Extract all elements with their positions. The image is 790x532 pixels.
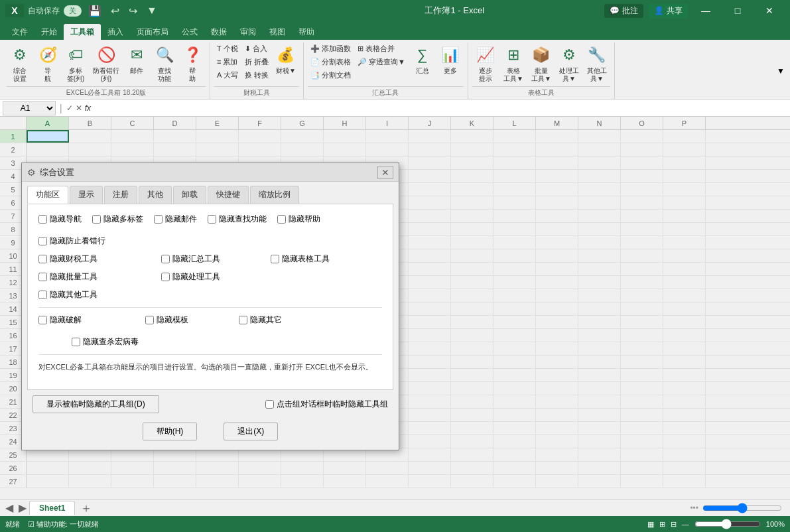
cell[interactable] [409,316,451,328]
cell[interactable] [451,475,494,488]
col-header-M[interactable]: M [536,117,578,129]
cell[interactable] [409,157,451,169]
cell[interactable] [621,356,663,368]
cell[interactable] [663,462,706,474]
cell[interactable] [494,289,536,302]
cell[interactable] [239,130,281,143]
cell[interactable] [409,462,451,474]
cell[interactable] [409,223,451,235]
merge-into-button[interactable]: ⬇ 合入 [242,42,271,55]
cell[interactable] [663,382,706,395]
cell[interactable] [663,249,706,262]
cell[interactable] [536,448,578,461]
cell[interactable] [578,210,621,222]
cell[interactable] [451,382,494,395]
cell[interactable] [578,289,621,302]
row-number[interactable]: 26 [0,462,27,474]
cell[interactable] [621,316,663,328]
cell[interactable] [578,196,621,209]
sheet-add-button[interactable]: ＋ [75,500,98,516]
cell[interactable] [494,369,536,381]
dialog-tab-register[interactable]: 注册 [104,186,137,204]
tab-view[interactable]: 视图 [263,24,292,40]
cell[interactable] [27,143,69,156]
cell[interactable] [663,422,706,434]
search-func-button[interactable]: 🔍 查找功能 [151,42,178,85]
cell[interactable] [621,382,663,395]
cell[interactable] [27,448,69,461]
cell[interactable] [536,223,578,235]
dialog-tab-shortcut[interactable]: 快捷键 [208,186,249,204]
restore-button[interactable]: □ [722,0,753,21]
cell[interactable] [621,249,663,262]
cell[interactable] [536,210,578,222]
cell[interactable] [281,448,324,461]
exit-dialog-button[interactable]: 退出(X) [224,423,278,440]
cell[interactable] [536,170,578,182]
cell[interactable] [451,462,494,474]
hide-other-tools-input[interactable] [38,291,47,299]
hide-multitab-checkbox[interactable]: 隐藏多标签 [92,214,143,225]
cell[interactable] [578,409,621,421]
hide-nav-checkbox[interactable]: 隐藏导航 [38,214,82,225]
cell[interactable] [451,302,494,315]
cell[interactable] [451,329,494,342]
cell[interactable] [451,448,494,461]
cell[interactable] [621,395,663,408]
help-button[interactable]: ❓ 帮助 [179,42,206,85]
cell[interactable] [494,342,536,355]
cell[interactable] [536,462,578,474]
cell[interactable] [621,369,663,381]
tab-toolbox[interactable]: 工具箱 [64,24,101,40]
cell[interactable] [409,435,451,448]
cell[interactable] [494,475,536,488]
cell[interactable] [621,196,663,209]
tab-pagelayout[interactable]: 页面布局 [130,24,175,40]
cell[interactable] [621,435,663,448]
cell[interactable] [578,382,621,395]
cell[interactable] [451,249,494,262]
cell[interactable] [621,409,663,421]
cell[interactable] [154,448,196,461]
hide-search-input[interactable] [208,215,216,224]
cell[interactable] [451,289,494,302]
cell[interactable] [281,143,324,156]
hide-template-checkbox[interactable]: 隐藏模板 [145,314,188,326]
navigation-button[interactable]: 🧭 导航 [34,42,61,85]
cell[interactable] [409,382,451,395]
cell[interactable] [494,276,536,289]
cell[interactable] [451,435,494,448]
cell[interactable] [663,342,706,355]
cell[interactable] [154,143,196,156]
cell[interactable] [578,302,621,315]
cell[interactable] [578,369,621,381]
col-header-F[interactable]: F [239,117,281,129]
hide-help-input[interactable] [277,215,286,224]
cell-reference-box[interactable]: A1 [3,101,56,115]
cell[interactable] [494,236,536,249]
cell[interactable] [281,475,324,488]
cell[interactable] [409,302,451,315]
cell[interactable] [578,422,621,434]
cell[interactable] [451,263,494,275]
cell[interactable] [663,157,706,169]
cell[interactable] [111,130,154,143]
cell[interactable] [621,448,663,461]
hide-tax-checkbox[interactable]: 隐藏财税工具 [38,253,98,265]
cell[interactable] [494,356,536,368]
col-header-J[interactable]: J [409,117,451,129]
cell[interactable] [196,143,239,156]
cell[interactable] [494,448,536,461]
hide-template-input[interactable] [145,316,154,324]
cell[interactable] [451,316,494,328]
cell[interactable] [663,236,706,249]
batch-tools-button[interactable]: 📦 批量工具▼ [528,42,555,85]
cell[interactable] [324,130,366,143]
cell[interactable] [451,170,494,182]
cell[interactable] [536,143,578,156]
cell[interactable] [409,329,451,342]
cell[interactable] [451,369,494,381]
row-number[interactable]: 1 [0,130,27,143]
cell[interactable] [578,395,621,408]
col-header-H[interactable]: H [324,117,366,129]
